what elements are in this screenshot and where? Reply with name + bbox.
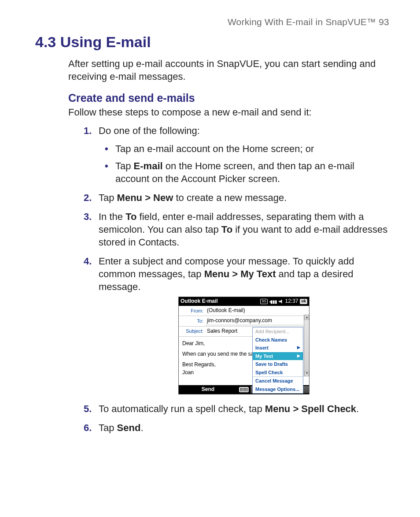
step-1: 1. Do one of the following: Tap an e-mai… — [84, 124, 389, 185]
from-field: From: (Outlook E-mail) — [179, 306, 309, 316]
bullet-text: Tap an e-mail account on the Home screen… — [115, 143, 314, 154]
step-text: . — [140, 422, 143, 433]
menu-item-my-text[interactable]: My Text▶ — [253, 352, 303, 361]
bold-term: E-mail — [134, 160, 163, 171]
from-label: From: — [181, 308, 203, 314]
menu-label: Insert — [255, 345, 269, 351]
step-text: to create a new message. — [173, 192, 287, 203]
intro-paragraph: After setting up e-mail accounts in Snap… — [68, 58, 389, 83]
step-text: In the — [99, 211, 125, 222]
bullet-item: Tap E-mail on the Home screen, and then … — [99, 160, 389, 185]
network-3g-icon: 3G — [260, 299, 268, 304]
bold-term: Menu > New — [117, 192, 173, 203]
step-number: 4. — [84, 255, 92, 268]
step-text: Do one of the following: — [99, 125, 200, 136]
section-heading: 4.3 Using E-mail — [35, 33, 389, 51]
step-text: . — [356, 403, 359, 414]
status-area: 3G ▪▮▮▮ 12:37 ok — [260, 298, 307, 305]
to-label: To: — [181, 318, 203, 324]
menu-item-cancel-message[interactable]: Cancel Message — [253, 376, 303, 385]
email-form: From: (Outlook E-mail) To: jim-connors@c… — [179, 306, 309, 385]
lead-paragraph: Follow these steps to compose a new e-ma… — [68, 106, 389, 119]
to-field: To: jim-connors@company.com — [179, 316, 309, 327]
step-text: To automatically run a spell check, tap — [99, 403, 265, 414]
context-menu: Add Recipient... Check Names Insert▶ My … — [252, 327, 303, 394]
step-5: 5. To automatically run a spell check, t… — [84, 402, 389, 415]
bold-term: Send — [117, 422, 141, 433]
bold-term: To — [125, 211, 136, 222]
step-6: 6. Tap Send. — [84, 421, 389, 434]
bullet-text: Tap — [115, 160, 134, 171]
screenshot-outlook-email: Outlook E-mail 3G ▪▮▮▮ 12:37 ok From: ( — [178, 297, 309, 394]
speaker-icon — [279, 299, 283, 304]
step-number: 6. — [84, 421, 92, 434]
scroll-down-icon[interactable]: ▾ — [304, 371, 309, 376]
softkey-send[interactable]: Send — [179, 386, 237, 393]
step-2: 2. Tap Menu > New to create a new messag… — [84, 191, 389, 204]
keyboard-icon[interactable] — [239, 387, 249, 392]
to-value[interactable]: jim-connors@company.com — [206, 317, 303, 325]
bold-term: To — [221, 224, 232, 235]
step-3: 3. In the To field, enter e-mail address… — [84, 210, 389, 249]
running-header: Working With E-mail in SnapVUE™ 93 — [35, 17, 389, 27]
step-text: Tap — [99, 192, 117, 203]
menu-item-insert[interactable]: Insert▶ — [253, 344, 303, 352]
bold-term: Menu > My Text — [204, 268, 276, 279]
scroll-up-icon[interactable]: ▴ — [304, 315, 309, 320]
step-text: Tap — [99, 422, 117, 433]
scrollbar[interactable]: ▴ ▾ — [304, 315, 309, 376]
menu-item-message-options[interactable]: Message Options... — [253, 385, 303, 394]
step-4: 4. Enter a subject and compose your mess… — [84, 255, 389, 394]
step-number: 5. — [84, 402, 92, 415]
bold-term: Menu > Spell Check — [265, 403, 356, 414]
menu-item-spell-check[interactable]: Spell Check — [253, 368, 303, 377]
step-number: 3. — [84, 210, 92, 223]
step-number: 1. — [84, 124, 92, 137]
menu-item-save-to-drafts[interactable]: Save to Drafts — [253, 360, 303, 368]
step-number: 2. — [84, 191, 92, 204]
titlebar: Outlook E-mail 3G ▪▮▮▮ 12:37 ok — [179, 297, 309, 306]
from-value[interactable]: (Outlook E-mail) — [206, 307, 303, 315]
bullet-item: Tap an e-mail account on the Home screen… — [99, 142, 389, 155]
subject-label: Subject: — [181, 328, 203, 335]
menu-label: My Text — [255, 353, 273, 360]
window-title: Outlook E-mail — [181, 298, 260, 305]
signal-icon: ▪▮▮▮ — [269, 299, 277, 305]
menu-item-add-recipient[interactable]: Add Recipient... — [253, 327, 303, 336]
clock: 12:37 — [285, 298, 298, 305]
ok-button[interactable]: ok — [300, 299, 307, 304]
menu-item-check-names[interactable]: Check Names — [253, 336, 303, 344]
subsection-heading: Create and send e-mails — [68, 92, 389, 104]
chevron-right-icon: ▶ — [297, 353, 300, 359]
chevron-right-icon: ▶ — [297, 345, 300, 350]
